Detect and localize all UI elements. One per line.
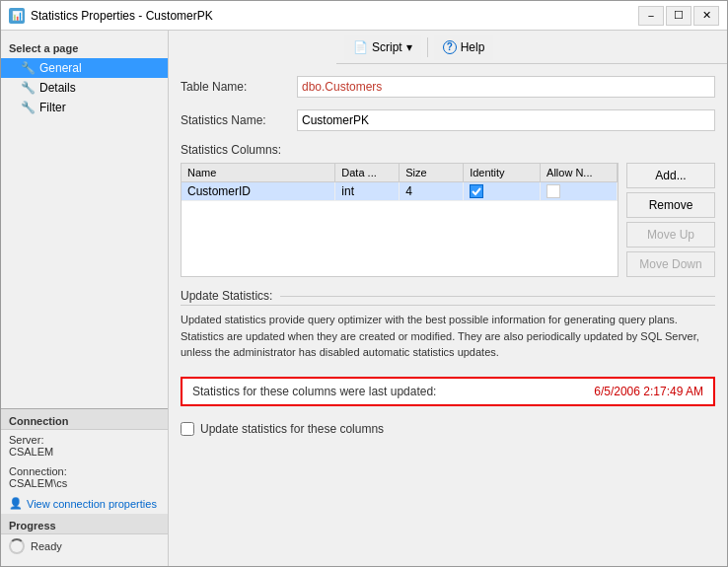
minimize-button[interactable]: − (638, 6, 664, 26)
move-down-button[interactable]: Move Down (626, 251, 715, 277)
progress-spinner (9, 538, 25, 554)
update-stats-description: Updated statistics provide query optimiz… (181, 312, 715, 361)
move-up-button[interactable]: Move Up (626, 222, 715, 248)
server-label-text: Server: CSALEM (1, 430, 168, 461)
columns-table: Name Data ... Size Identity Allow N... (181, 163, 619, 277)
window-title: Statistics Properties - CustomerPK (31, 9, 213, 23)
content-area: Table Name: dbo.Customers Statistics Nam… (169, 64, 727, 566)
sidebar-item-details[interactable]: 🔧 Details (1, 78, 168, 98)
details-icon: 🔧 (21, 81, 36, 95)
script-button[interactable]: 📄 Script ▾ (344, 35, 421, 60)
update-stats-section: Update Statistics: Updated statistics pr… (181, 289, 715, 361)
add-button[interactable]: Add... (626, 163, 715, 188)
general-icon: 🔧 (21, 61, 36, 75)
progress-section-title: Progress (1, 514, 168, 534)
stats-columns-label: Statistics Columns: (181, 143, 715, 157)
close-button[interactable]: ✕ (693, 6, 719, 26)
sidebar-item-general[interactable]: 🔧 General (1, 58, 168, 78)
window: 📊 Statistics Properties - CustomerPK − ☐… (0, 0, 728, 567)
view-connection-link[interactable]: 👤 View connection properties (1, 493, 168, 514)
col-header-allownull: Allow N... (541, 164, 618, 182)
update-checkbox-row: Update statistics for these columns (181, 422, 715, 436)
table-body: CustomerID int 4 (182, 182, 618, 201)
stats-name-label: Statistics Name: (181, 113, 289, 127)
sidebar-item-filter[interactable]: 🔧 Filter (1, 98, 168, 117)
window-icon: 📊 (9, 8, 25, 24)
table-header: Name Data ... Size Identity Allow N... (182, 164, 618, 182)
update-stats-checkbox[interactable] (181, 422, 194, 436)
progress-status: Ready (1, 534, 168, 558)
last-updated-box: Statistics for these columns were last u… (181, 377, 715, 406)
remove-button[interactable]: Remove (626, 192, 715, 218)
update-checkbox-label: Update statistics for these columns (200, 422, 384, 436)
col-header-datatype: Data ... (335, 164, 400, 182)
table-name-row: Table Name: dbo.Customers (181, 76, 715, 98)
title-controls: − ☐ ✕ (638, 6, 719, 26)
cell-size: 4 (400, 182, 464, 201)
cell-datatype: int (335, 182, 400, 201)
col-header-size: Size (400, 164, 464, 182)
update-stats-label: Update Statistics: (181, 289, 715, 306)
connection-section-title: Connection (1, 409, 168, 430)
stats-name-row: Statistics Name: CustomerPK (181, 109, 715, 131)
title-bar: 📊 Statistics Properties - CustomerPK − ☐… (1, 1, 727, 31)
last-updated-label: Statistics for these columns were last u… (192, 385, 436, 398)
stats-table: Name Data ... Size Identity Allow N... (182, 164, 618, 201)
stats-name-value: CustomerPK (297, 109, 715, 131)
col-header-name: Name (182, 164, 335, 182)
sidebar: Select a page 🔧 General 🔧 Details 🔧 Filt… (1, 31, 169, 566)
maximize-button[interactable]: ☐ (666, 6, 692, 26)
toolbar: 📄 Script ▾ ? Help (336, 31, 727, 64)
columns-area: Name Data ... Size Identity Allow N... (181, 163, 715, 277)
cell-name: CustomerID (182, 182, 335, 201)
cell-identity (464, 182, 541, 201)
cell-allownull (541, 182, 618, 201)
checkmark-icon (472, 186, 481, 196)
help-icon: ? (443, 40, 457, 54)
table-name-label: Table Name: (181, 80, 289, 94)
title-bar-left: 📊 Statistics Properties - CustomerPK (9, 8, 213, 24)
sidebar-bottom: Connection Server: CSALEM Connection: CS… (1, 408, 168, 558)
filter-icon: 🔧 (21, 101, 36, 114)
connection-link-icon: 👤 (9, 497, 23, 510)
script-icon: 📄 (353, 40, 368, 54)
toolbar-separator (427, 37, 428, 57)
last-updated-value: 6/5/2006 2:17:49 AM (594, 385, 703, 398)
stats-columns-section: Statistics Columns: Name Data ... Size I… (181, 143, 715, 277)
connection-label-text: Connection: CSALEM\cs (1, 461, 168, 493)
identity-checkbox-checked (470, 184, 483, 198)
script-dropdown-icon: ▾ (406, 40, 412, 54)
table-name-value: dbo.Customers (297, 76, 715, 98)
sidebar-section-title: Select a page (1, 38, 168, 58)
column-action-buttons: Add... Remove Move Up Move Down (626, 163, 715, 277)
col-header-identity: Identity (464, 164, 541, 182)
main-layout: Select a page 🔧 General 🔧 Details 🔧 Filt… (1, 31, 727, 566)
table-row[interactable]: CustomerID int 4 (182, 182, 618, 201)
allownull-checkbox-unchecked (546, 184, 560, 198)
help-button[interactable]: ? Help (434, 35, 494, 60)
